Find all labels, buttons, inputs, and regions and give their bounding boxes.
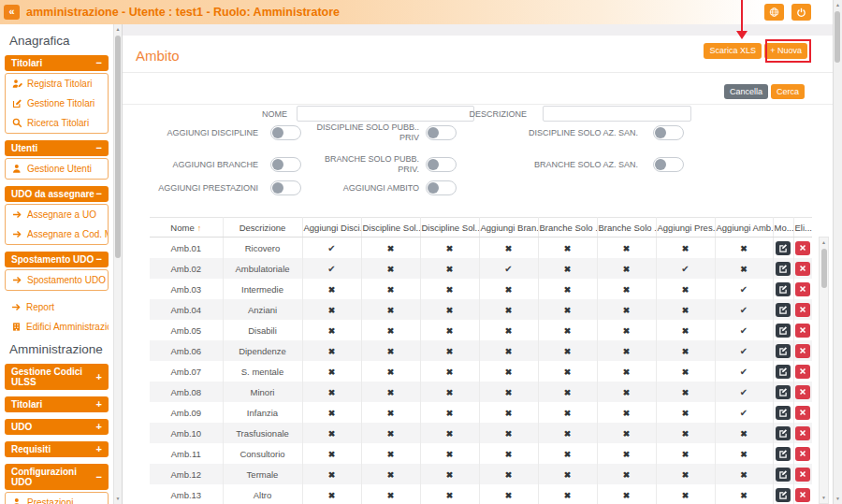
scroll-down-icon[interactable]: ▼ xyxy=(820,494,828,502)
sidebar-item-gestione-titolari[interactable]: Gestione Titolari xyxy=(6,94,108,113)
column-header-discipline-sol[interactable]: Discipline Sol... xyxy=(420,218,479,238)
new-record-button[interactable]: + Nuova xyxy=(764,43,807,59)
sidebar-item-report[interactable]: Report xyxy=(5,297,109,317)
edit-row-button[interactable] xyxy=(776,426,791,440)
delete-row-button[interactable] xyxy=(795,324,810,338)
descrizione-input[interactable] xyxy=(543,106,691,122)
column-header-descrizione[interactable]: Descrizione xyxy=(223,218,302,238)
cell-flag: ✖ xyxy=(656,320,715,340)
column-header-eli[interactable]: Eli... xyxy=(793,218,812,238)
sidebar-group-header-configurazioni-udo[interactable]: Configurazioni UDO− xyxy=(5,464,109,490)
scroll-down-icon[interactable]: ▼ xyxy=(834,495,842,503)
sidebar-group-header-titolari[interactable]: Titolari− xyxy=(5,55,109,71)
download-xls-button[interactable]: Scarica XLS xyxy=(704,43,762,59)
edit-row-button[interactable] xyxy=(776,324,791,338)
sidebar-group-header-requisiti[interactable]: Requisiti+ xyxy=(5,441,109,457)
edit-row-button[interactable] xyxy=(776,241,791,255)
scroll-up-icon[interactable]: ▲ xyxy=(820,238,828,247)
collapse-icon[interactable]: − xyxy=(96,58,102,68)
page-scrollbar-thumb[interactable] xyxy=(835,11,840,63)
sidebar-scrollbar-thumb[interactable] xyxy=(115,36,121,258)
toggle-discipline-solo-pubb-priv[interactable] xyxy=(426,125,457,140)
expand-icon[interactable]: + xyxy=(96,372,102,382)
sidebar-group-header-udo[interactable]: UDO+ xyxy=(5,419,109,435)
edit-row-button[interactable] xyxy=(776,282,791,296)
sidebar-item-assegnare-a-uo[interactable]: Assegnare a UO xyxy=(6,205,108,224)
delete-row-button[interactable] xyxy=(795,447,810,461)
delete-row-button[interactable] xyxy=(795,488,810,502)
toggle-aggiungi-discipline[interactable] xyxy=(270,125,301,140)
delete-row-button[interactable] xyxy=(795,282,810,296)
sidebar-group-header-spostamento-udo[interactable]: Spostamento UDO− xyxy=(5,252,109,267)
toggle-branche-solo-az-san[interactable] xyxy=(653,157,684,172)
sidebar-item-assegnare-a-cod-min[interactable]: Assegnare a Cod. Min. xyxy=(6,224,108,244)
table-row-amb-01: Amb.01Ricovero✔✖✖✖✖✖✖✖ xyxy=(150,238,812,259)
sidebar-scrollbar[interactable]: ▲ ▼ xyxy=(113,24,123,504)
delete-row-button[interactable] xyxy=(795,303,810,317)
expand-icon[interactable]: + xyxy=(96,399,102,410)
delete-row-button[interactable] xyxy=(795,406,810,420)
delete-row-button[interactable] xyxy=(795,385,810,399)
expand-icon[interactable]: + xyxy=(96,422,102,432)
edit-row-button[interactable] xyxy=(776,385,791,399)
sidebar-item-edifici-amministrazione[interactable]: Edifici Amministrazione xyxy=(5,317,109,337)
collapse-icon[interactable]: − xyxy=(96,143,102,153)
edit-row-button[interactable] xyxy=(776,262,791,276)
sidebar-item-gestione-utenti[interactable]: Gestione Utenti xyxy=(6,159,108,179)
column-header-aggiungi-amb[interactable]: Aggiungi Amb... xyxy=(715,218,773,238)
edit-row-button[interactable] xyxy=(776,365,791,379)
sidebar-item-prestazioni[interactable]: Prestazioni xyxy=(6,493,108,504)
language-globe-button[interactable] xyxy=(764,4,784,21)
sidebar-group-header-utenti[interactable]: Utenti− xyxy=(5,140,109,156)
column-header-mo[interactable]: Mo... xyxy=(773,218,793,238)
column-header-discipline-sol[interactable]: Discipline Sol... xyxy=(361,218,420,238)
toggle-aggiungi-ambito[interactable] xyxy=(426,180,457,195)
delete-row-button[interactable] xyxy=(795,344,810,358)
cross-icon: ✖ xyxy=(446,470,454,480)
sidebar-group-header-udo-da-assegnare[interactable]: UDO da assegnare− xyxy=(5,186,109,202)
column-header-branche-solo[interactable]: Branche Solo ... xyxy=(538,218,597,238)
edit-row-button[interactable] xyxy=(776,488,791,502)
toggle-branche-solo-pubb-priv[interactable] xyxy=(426,157,457,172)
column-header-aggiungi-bran[interactable]: Aggiungi Bran... xyxy=(479,218,538,238)
back-button[interactable]: « xyxy=(4,5,20,20)
collapse-icon[interactable]: − xyxy=(96,254,102,265)
collapse-icon[interactable]: − xyxy=(96,472,102,482)
delete-row-button[interactable] xyxy=(795,468,810,482)
expand-icon[interactable]: + xyxy=(96,444,102,454)
collapse-icon[interactable]: − xyxy=(96,189,102,199)
clear-filters-button[interactable]: Cancella xyxy=(724,84,768,99)
sidebar-item-ricerca-titolari[interactable]: Ricerca Titolari xyxy=(6,113,108,133)
delete-row-button[interactable] xyxy=(795,426,810,440)
column-header-aggiungi-disci[interactable]: Aggiungi Disci... xyxy=(302,218,361,238)
delete-row-button[interactable] xyxy=(795,241,810,255)
cross-icon: ✖ xyxy=(328,429,336,439)
column-header-aggiungi-pres[interactable]: Aggiungi Pres... xyxy=(656,218,715,238)
edit-row-button[interactable] xyxy=(776,468,791,482)
page-scrollbar[interactable]: ▲ ▼ xyxy=(833,0,842,504)
sidebar-item-registra-titolari[interactable]: Registra Titolari xyxy=(6,74,108,94)
logout-power-button[interactable] xyxy=(791,4,811,21)
table-scrollbar[interactable]: ▲ ▼ xyxy=(819,237,829,504)
cell-flag: ✖ xyxy=(538,382,597,402)
scroll-up-icon[interactable]: ▲ xyxy=(114,25,122,34)
toggle-aggiungi-branche[interactable] xyxy=(270,157,301,172)
search-button[interactable]: Cerca xyxy=(771,84,805,99)
edit-row-button[interactable] xyxy=(776,406,791,420)
column-header-branche-solo[interactable]: Branche Solo ... xyxy=(597,218,656,238)
scroll-down-icon[interactable]: ▼ xyxy=(114,495,122,503)
edit-row-button[interactable] xyxy=(776,447,791,461)
sidebar-group-header-gestione-codici-ulss[interactable]: Gestione Codici ULSS+ xyxy=(5,364,109,390)
column-header-nome[interactable]: Nome↑ xyxy=(150,218,223,238)
edit-row-button[interactable] xyxy=(776,344,791,358)
sidebar-group-header-titolari[interactable]: Titolari+ xyxy=(5,396,109,412)
delete-row-button[interactable] xyxy=(795,262,810,276)
edit-row-button[interactable] xyxy=(776,303,791,317)
scroll-up-icon[interactable]: ▲ xyxy=(834,1,842,9)
sidebar-item-spostamento-udo[interactable]: Spostamento UDO xyxy=(6,270,108,290)
delete-row-button[interactable] xyxy=(795,365,810,379)
table-scrollbar-thumb[interactable] xyxy=(821,249,827,288)
toggle-aggiungi-prestazioni[interactable] xyxy=(270,180,301,195)
toggle-discipline-solo-az-san[interactable] xyxy=(653,125,684,140)
table-row-amb-06: Amb.06Dipendenze✖✖✖✖✖✖✖✔ xyxy=(150,340,812,361)
